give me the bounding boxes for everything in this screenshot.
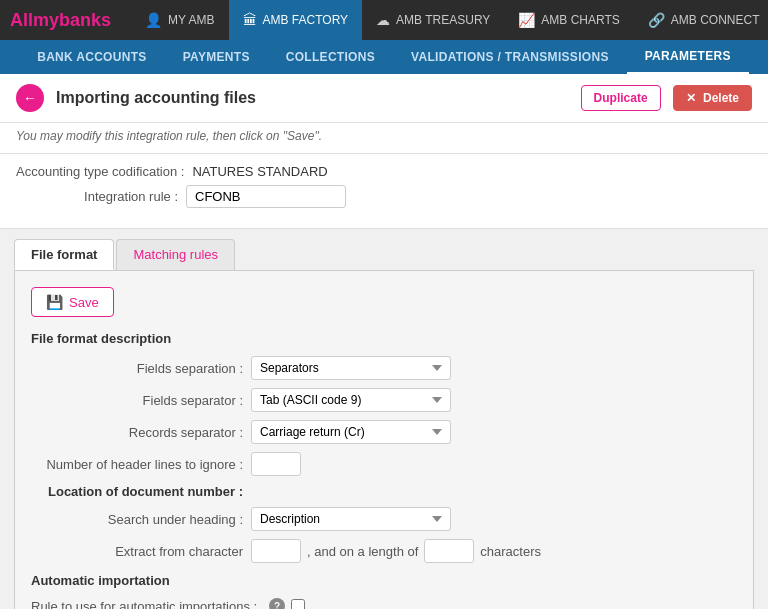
nav-bank-accounts[interactable]: BANK ACCOUNTS xyxy=(19,40,164,74)
second-navigation: BANK ACCOUNTS PAYMENTS COLLECTIONS VALID… xyxy=(0,40,768,74)
nav-collections[interactable]: COLLECTIONS xyxy=(268,40,393,74)
auto-import-section: Automatic importation Rule to use for au… xyxy=(31,573,737,609)
nav-payments[interactable]: PAYMENTS xyxy=(165,40,268,74)
accounting-type-value: NATURES STANDARD xyxy=(192,164,327,179)
extract-length-input[interactable] xyxy=(424,539,474,563)
nav-item-amb-charts[interactable]: 📈 AMB CHARTS xyxy=(504,0,633,40)
auto-import-rule-label: Rule to use for automatic importations : xyxy=(31,599,265,610)
nav-item-amb-treasury[interactable]: ☁ AMB TREASURY xyxy=(362,0,504,40)
nav-item-amb-connect-label: AMB CONNECT xyxy=(671,13,760,27)
accounting-type-label: Accounting type codification : xyxy=(16,164,192,179)
tab-file-format[interactable]: File format xyxy=(14,239,114,270)
extract-char-input[interactable] xyxy=(251,539,301,563)
records-separator-select[interactable]: Carriage return (Cr) Line feed (Lf) Cr+L… xyxy=(251,420,451,444)
doc-number-label: Location of document number : xyxy=(31,484,251,499)
file-format-section-title: File format description xyxy=(31,331,737,346)
auto-import-rule-help-icon[interactable]: ? xyxy=(269,598,285,609)
header-lines-label: Number of header lines to ignore : xyxy=(31,457,251,472)
nav-parameters[interactable]: PARAMETERS xyxy=(627,40,749,74)
integration-rule-label: Integration rule : xyxy=(16,189,186,204)
nav-item-amb-charts-label: AMB CHARTS xyxy=(541,13,619,27)
auto-import-title: Automatic importation xyxy=(31,573,737,588)
nav-item-amb-connect[interactable]: 🔗 AMB CONNECT xyxy=(634,0,768,40)
nav-validations[interactable]: VALIDATIONS / TRANSMISSIONS xyxy=(393,40,627,74)
extract-suffix: characters xyxy=(474,544,547,559)
delete-x-icon: ✕ xyxy=(686,91,696,105)
header-lines-input[interactable] xyxy=(251,452,301,476)
search-heading-select[interactable]: Description Reference Label Amount xyxy=(251,507,451,531)
delete-button-label: Delete xyxy=(703,91,739,105)
delete-button[interactable]: ✕ Delete xyxy=(673,85,752,111)
tab-content-file-format: 💾 Save File format description Fields se… xyxy=(14,270,754,609)
extract-char-row: Extract from character , and on a length… xyxy=(31,539,737,563)
top-navigation: Allmybanks 👤 MY AMB 🏛 AMB FACTORY ☁ AMB … xyxy=(0,0,768,40)
auto-import-rule-row: Rule to use for automatic importations :… xyxy=(31,598,737,609)
page-title: Importing accounting files xyxy=(56,89,569,107)
brand-suffix: mybanks xyxy=(33,10,111,30)
search-heading-row: Search under heading : Description Refer… xyxy=(31,507,737,531)
records-separator-row: Records separator : Carriage return (Cr)… xyxy=(31,420,737,444)
tabs: File format Matching rules xyxy=(14,239,754,270)
brand-logo: Allmybanks xyxy=(10,10,111,31)
nav-item-amb-factory[interactable]: 🏛 AMB FACTORY xyxy=(229,0,363,40)
save-button-label: Save xyxy=(69,295,99,310)
save-button[interactable]: 💾 Save xyxy=(31,287,114,317)
fields-separator-row: Fields separator : Tab (ASCII code 9) Co… xyxy=(31,388,737,412)
nav-item-my-amb-label: MY AMB xyxy=(168,13,214,27)
tab-area: File format Matching rules 💾 Save File f… xyxy=(14,239,754,609)
amb-charts-icon: 📈 xyxy=(518,12,535,28)
fields-separation-row: Fields separation : Separators Fixed len… xyxy=(31,356,737,380)
fields-separation-label: Fields separation : xyxy=(31,361,251,376)
integration-rule-input[interactable] xyxy=(186,185,346,208)
header-lines-row: Number of header lines to ignore : xyxy=(31,452,737,476)
records-separator-label: Records separator : xyxy=(31,425,251,440)
amb-factory-icon: 🏛 xyxy=(243,12,257,28)
fields-separation-select[interactable]: Separators Fixed length None xyxy=(251,356,451,380)
nav-item-amb-treasury-label: AMB TREASURY xyxy=(396,13,490,27)
back-button[interactable]: ← xyxy=(16,84,44,112)
doc-number-row: Location of document number : xyxy=(31,484,737,499)
nav-item-amb-factory-label: AMB FACTORY xyxy=(263,13,349,27)
fields-separator-label: Fields separator : xyxy=(31,393,251,408)
nav-item-my-amb[interactable]: 👤 MY AMB xyxy=(131,0,228,40)
tab-matching-rules[interactable]: Matching rules xyxy=(116,239,235,270)
fields-separator-select[interactable]: Tab (ASCII code 9) Comma Semicolon Space xyxy=(251,388,451,412)
extract-char-label: Extract from character xyxy=(31,544,251,559)
top-nav-items: 👤 MY AMB 🏛 AMB FACTORY ☁ AMB TREASURY 📈 … xyxy=(131,0,768,40)
page-header: ← Importing accounting files Duplicate ✕… xyxy=(0,74,768,123)
search-heading-label: Search under heading : xyxy=(31,512,251,527)
amb-connect-icon: 🔗 xyxy=(648,12,665,28)
info-text: You may modify this integration rule, th… xyxy=(0,123,768,154)
auto-import-rule-checkbox[interactable] xyxy=(291,599,305,609)
my-amb-icon: 👤 xyxy=(145,12,162,28)
save-icon: 💾 xyxy=(46,294,63,310)
accounting-type-row: Accounting type codification : NATURES S… xyxy=(16,164,752,179)
integration-rule-row: Integration rule : xyxy=(16,185,752,208)
duplicate-button[interactable]: Duplicate xyxy=(581,85,661,111)
extract-length-label: , and on a length of xyxy=(301,544,424,559)
amb-treasury-icon: ☁ xyxy=(376,12,390,28)
brand-prefix: All xyxy=(10,10,33,30)
meta-info: Accounting type codification : NATURES S… xyxy=(0,154,768,229)
